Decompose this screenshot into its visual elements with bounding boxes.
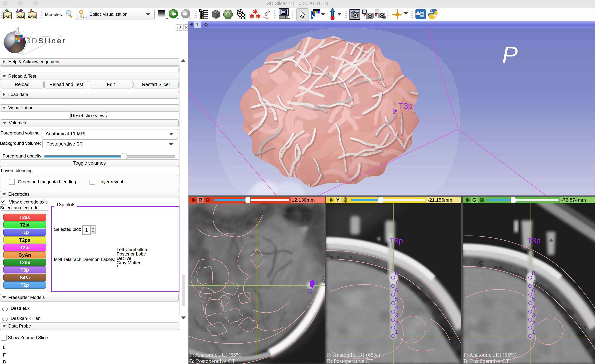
svg-text:2: 2	[532, 320, 535, 327]
svg-text:F: Anatomic...RI (65%): F: Anatomic...RI (65%)	[189, 352, 242, 358]
svg-text:T3p: T3p	[527, 236, 540, 245]
svg-text:7: 7	[395, 278, 398, 285]
svg-text:1: 1	[532, 328, 535, 335]
svg-text:1: 1	[395, 328, 398, 335]
svg-text:T3p: T3p	[398, 101, 413, 110]
svg-text:P: P	[502, 41, 518, 68]
svg-text:4: 4	[532, 304, 535, 311]
svg-text:8: 8	[393, 108, 396, 113]
svg-text:DCM: DCM	[17, 15, 24, 19]
svg-text:6: 6	[395, 287, 398, 294]
svg-text:T3p: T3p	[390, 236, 403, 245]
svg-text:8: 8	[395, 270, 398, 277]
svg-text:5: 5	[532, 295, 535, 302]
svg-text:3: 3	[395, 312, 398, 319]
svg-text:B: Postoperative CT: B: Postoperative CT	[327, 358, 373, 364]
svg-text:DATA: DATA	[3, 15, 12, 19]
svg-text:2: 2	[395, 320, 398, 327]
svg-text:7: 7	[532, 278, 535, 285]
svg-text:F: Anatomic...RI (65%): F: Anatomic...RI (65%)	[327, 352, 380, 358]
svg-text:5: 5	[395, 295, 398, 302]
svg-text:4: 4	[395, 304, 398, 311]
svg-text:6: 6	[532, 287, 535, 294]
svg-text:F: Anatomic...RI (65%): F: Anatomic...RI (65%)	[463, 352, 517, 358]
svg-text:B: Postoperative CT: B: Postoperative CT	[189, 358, 235, 364]
svg-text:B: Postoperative CT: B: Postoperative CT	[463, 358, 509, 364]
svg-text:3: 3	[532, 312, 535, 319]
svg-text:ICM: ICM	[83, 16, 87, 19]
svg-text:SAVE: SAVE	[28, 15, 36, 19]
svg-text:8: 8	[532, 270, 535, 277]
